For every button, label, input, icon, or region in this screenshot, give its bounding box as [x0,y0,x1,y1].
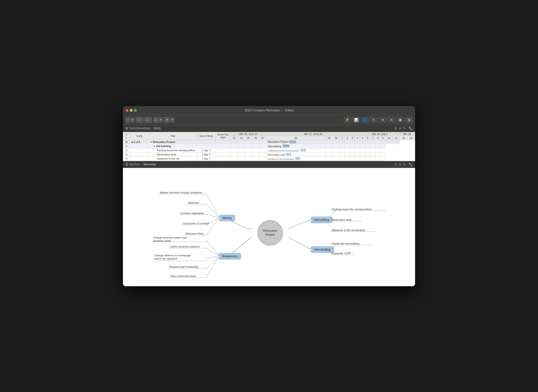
gantt-section-header: ⊞ Work Breakdown › Entry ⊻ ≡ ✎ 🔧 [123,125,415,132]
old-child-2: Renovation work [332,218,352,221]
child-line [187,204,208,204]
gantt-cell [345,152,350,157]
chart-button[interactable]: 📊 [352,117,360,123]
row-num: 4 [123,157,130,161]
gantt-cell [325,140,333,144]
breadcrumb-entry: Entry [154,127,161,130]
row-traits [130,157,149,161]
gantt-cell [360,144,365,148]
day-1: 1 [340,136,345,140]
gantt-cell [245,140,252,144]
gantt-cell [350,140,355,144]
child-line [330,255,354,255]
table-row[interactable]: 4 Handover to the old 1 day ? Handover t… [123,157,415,161]
gantt-cell: Old building [266,144,325,148]
gear-dropdown-button[interactable]: ▾ [171,117,174,123]
gantt-table: #▲ Traits Title Given Work Given EarStar… [123,132,415,161]
gantt-cell [245,144,252,148]
gantt-cell [238,144,245,148]
breadcrumb-net-plan[interactable]: Net Plan [129,163,140,166]
table-row[interactable]: 1 ▼ Old building Old building [123,144,415,148]
minimize-button[interactable] [130,109,133,112]
tools-button[interactable]: ✕ [388,117,395,123]
pin-icon[interactable]: ✎ [403,126,406,130]
table-row[interactable]: 2 Packing boxes the evening before 1 day… [123,148,415,152]
row-title: Handover to the old [149,157,197,161]
moving-node[interactable]: Moving [219,215,235,221]
gantt-cell [259,148,266,152]
gantt-cell [259,144,266,148]
col-header-num: #▲ [123,132,130,140]
breadcrumb-icon: ⊞ [126,127,128,130]
center-node: Relocation Project [257,220,283,246]
old-building-node[interactable]: Old building [311,217,332,223]
gantt-cell [365,152,370,157]
maximize-button[interactable] [134,109,137,112]
netplan-icon: ⊞ [126,163,128,166]
gantt-cell [231,140,238,144]
gantt-cell [355,157,360,161]
sort-icon[interactable]: ≡ [399,126,401,130]
lightning-button[interactable]: ⚡ [344,117,351,123]
gantt-cell [365,140,370,144]
gantt-cell [375,152,380,157]
gantt-cell [350,144,355,148]
refresh-button[interactable]: ↻ [370,117,378,123]
svg-line-4 [206,218,219,235]
filter-icon[interactable]: ⊻ [394,126,397,130]
gantt-cell [340,148,345,152]
close-button[interactable] [126,109,129,112]
gantt-cell [355,148,360,152]
link-dropdown-button[interactable]: ▾ [159,117,163,123]
mindmap-section-header: ⊞ Net Plan › Mind Map ⊻ ≡ ✎ 🔧 [123,161,415,168]
gantt-cell [345,157,350,161]
add-dropdown-button[interactable]: ▾ [131,117,134,123]
gantt-cell [259,157,266,161]
child-line [184,235,208,235]
gantt-breadcrumb: ⊞ Work Breakdown › Entry [126,127,161,130]
indent-out-button[interactable]: ≡← [136,117,144,123]
day-30: 30 [333,136,340,140]
mindmap-tools: ⊻ ≡ ✎ 🔧 [394,163,412,166]
pin-icon[interactable]: ✎ [403,163,406,166]
filter-icon[interactable]: ⊻ [394,163,397,166]
row-traits [130,152,149,157]
layout2-button[interactable]: ▤ [405,117,413,123]
gantt-cell [238,148,245,152]
day-27: 27 [259,136,266,140]
moving-child-3: Contract negotiation [180,212,204,215]
breadcrumb-work-breakdown[interactable]: Work Breakdown [129,127,150,130]
day-6: 6 [365,136,370,140]
table-row[interactable]: 3 Renovation work 1 day ? Renovation wor… [123,152,415,157]
row-earstart [215,148,231,152]
gantt-cell [393,140,400,144]
gear-button[interactable]: ⚙ [164,117,170,123]
bureaucracy-node[interactable]: Bureaucracy [218,253,241,260]
indent-in-button[interactable]: ≡→ [144,117,152,123]
table-row[interactable]: 0 ■ ⊙ ⊖ ✎ ▼ Relocation Project [123,140,415,144]
child-line [181,225,208,225]
gantt-cell [380,148,385,152]
day-11: 11 [393,136,400,140]
svg-line-1 [206,204,219,218]
mindmap-breadcrumb: ⊞ Net Plan › Mind Map [126,163,156,166]
new-building-node[interactable]: New Building [311,246,334,253]
gantt-cell [252,157,259,161]
person-button[interactable]: 👤 [361,117,369,123]
sort-icon[interactable]: ≡ [399,163,401,166]
gantt-cell [380,157,385,161]
wrench-icon[interactable]: 🔧 [408,126,412,130]
row-title: ▼ Relocation Project [149,140,197,144]
link-button[interactable]: ⌀ [153,117,159,123]
gantt-cell [370,140,376,144]
wrench-icon[interactable]: 🔧 [408,163,412,166]
gantt-cell [238,152,245,157]
gantt-cell [245,148,252,152]
globe-button[interactable]: ⊕ [379,117,386,123]
col-header-title: Title [149,132,197,140]
bur-child-2: Inform business partners [171,245,200,248]
layout1-button[interactable]: ▣ [397,117,404,123]
add-button[interactable]: + [125,117,130,123]
col-header-given-ear: Given EarStart [215,132,231,140]
col-header-wk26: WK 26, June 21 [231,132,266,136]
